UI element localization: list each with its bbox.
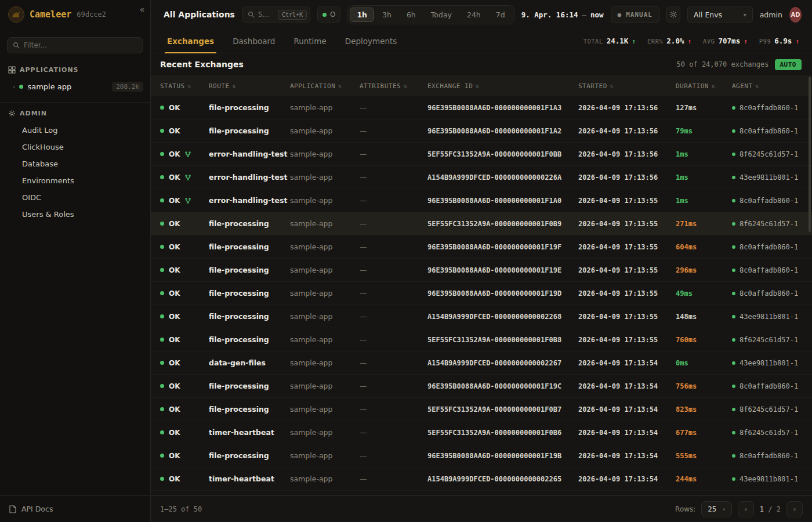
tab-deployments[interactable]: Deployments xyxy=(336,29,407,53)
rows-per-page-select[interactable]: 25 ▾ xyxy=(701,501,731,517)
rows-per-page-value: 25 xyxy=(708,505,716,513)
agent-status-dot-icon xyxy=(732,245,735,249)
application-cell: sample-app xyxy=(290,451,360,460)
status-cell: OK xyxy=(160,266,209,274)
status-label: OK xyxy=(169,359,180,367)
agent-cell: 8c0affadb860-1 xyxy=(732,104,812,112)
duration-cell: 79ms xyxy=(676,127,732,135)
column-header-status[interactable]: STATUS⇅ xyxy=(160,82,209,90)
list-header: Recent Exchanges 50 of 24,070 exchanges … xyxy=(151,53,812,75)
user-name: admin xyxy=(760,10,782,19)
date-range[interactable]: 9. Apr. 16:14 — now xyxy=(521,10,604,19)
sidebar-item-clickhouse[interactable]: ClickHouse xyxy=(0,139,150,155)
started-cell: 2026-04-09 17:13:54 xyxy=(578,452,676,460)
agent-cell: 43ee9811b801-1 xyxy=(732,475,812,483)
agent-status-dot-icon xyxy=(732,153,735,156)
manual-refresh-button[interactable]: ● MANUAL xyxy=(611,6,659,23)
table-row[interactable]: OKerror-handling-testsample-app—A154B9A9… xyxy=(151,166,812,189)
page-title: All Applications xyxy=(164,10,235,19)
errors-only-toggle[interactable]: O xyxy=(317,6,340,23)
table-row[interactable]: OKfile-processingsample-app—96E395B0088A… xyxy=(151,96,812,119)
status-cell: OK xyxy=(160,243,209,251)
started-cell: 2026-04-09 17:13:55 xyxy=(578,336,676,344)
table-row[interactable]: OKfile-processingsample-app—96E395B0088A… xyxy=(151,119,812,143)
table-row[interactable]: OKfile-processingsample-app—A154B9A999DF… xyxy=(151,305,812,328)
ok-status-dot-icon xyxy=(160,245,164,249)
table-row[interactable]: OKfile-processingsample-app—5EF55FC31352… xyxy=(151,328,812,351)
column-label: STARTED xyxy=(578,82,607,90)
table-row[interactable]: OKfile-processingsample-app—96E395B0088A… xyxy=(151,444,812,467)
time-range-6h[interactable]: 6h xyxy=(400,8,423,22)
vertical-scrollbar[interactable] xyxy=(809,77,811,232)
application-cell: sample-app xyxy=(290,405,360,414)
time-range-24h[interactable]: 24h xyxy=(460,8,488,22)
time-range-today[interactable]: Today xyxy=(424,8,459,22)
tab-exchanges[interactable]: Exchanges xyxy=(158,29,223,53)
table-row[interactable]: OKtimer-heartbeatsample-app—A154B9A999DF… xyxy=(151,467,812,491)
avatar[interactable]: AD xyxy=(789,7,802,23)
time-range-3h[interactable]: 3h xyxy=(375,8,398,22)
table-row[interactable]: OKfile-processingsample-app—5EF55FC31352… xyxy=(151,398,812,421)
agent-status-dot-icon xyxy=(732,106,735,110)
main-area: All Applications Ctrl+K O 1h3h6hToday24h… xyxy=(151,0,812,522)
table-row[interactable]: OKfile-processingsample-app—96E395B0088A… xyxy=(151,235,812,259)
started-cell: 2026-04-09 17:13:54 xyxy=(578,359,676,367)
column-header-started[interactable]: STARTED⇅ xyxy=(578,82,676,90)
table-row[interactable]: OKtimer-heartbeatsample-app—5EF55FC31352… xyxy=(151,421,812,444)
exchange-id-cell: 5EF55FC31352A9A-000000000001F0B6 xyxy=(427,429,578,437)
column-header-route[interactable]: ROUTE⇅ xyxy=(209,82,290,90)
tab-runtime[interactable]: Runtime xyxy=(284,29,335,53)
column-header-exchange-id[interactable]: EXCHANGE ID⇅ xyxy=(427,82,578,90)
time-range-7d[interactable]: 7d xyxy=(489,8,512,22)
filter-input[interactable] xyxy=(24,41,137,49)
table-row[interactable]: OKfile-processingsample-app—96E395B0088A… xyxy=(151,375,812,398)
sidebar-collapse-icon[interactable]: « xyxy=(140,5,144,14)
search-input[interactable] xyxy=(258,10,274,19)
sidebar-filter[interactable] xyxy=(7,37,143,53)
sidebar-item-users-roles[interactable]: Users & Roles xyxy=(0,206,150,223)
agent-id: 8f6245c61d57-1 xyxy=(740,150,798,158)
agent-id: 8c0affadb860-1 xyxy=(740,266,798,274)
next-page-button[interactable]: › xyxy=(786,501,803,517)
agent-status-dot-icon xyxy=(732,292,735,295)
sidebar-item-audit-log[interactable]: Audit Log xyxy=(0,122,150,139)
sidebar-item-environments[interactable]: Environments xyxy=(0,172,150,189)
table-row[interactable]: OKerror-handling-testsample-app—5EF55FC3… xyxy=(151,143,812,166)
expand-chevron-icon[interactable]: › xyxy=(13,83,15,90)
agent-cell: 8c0affadb860-1 xyxy=(732,197,812,205)
exchange-id-cell: 96E395B0088AA6D-000000000001F1A0 xyxy=(427,197,578,205)
table-row[interactable]: OKfile-processingsample-app—96E395B0088A… xyxy=(151,282,812,305)
started-cell: 2026-04-09 17:13:55 xyxy=(578,313,676,321)
column-header-duration[interactable]: DURATION⇅ xyxy=(676,82,732,90)
table-row[interactable]: OKfile-processingsample-app—96E395B0088A… xyxy=(151,259,812,282)
chevron-down-icon: ▾ xyxy=(722,506,725,512)
sidebar-item-sample-app[interactable]: › sample app 208.2k xyxy=(0,78,150,95)
column-header-agent[interactable]: AGENT⇅ xyxy=(732,82,812,90)
theme-toggle-button[interactable] xyxy=(666,6,680,23)
sidebar-item-oidc[interactable]: OIDC xyxy=(0,189,150,206)
table-row[interactable]: OKfile-processingsample-app—5EF55FC31352… xyxy=(151,212,812,235)
agent-id: 8c0affadb860-1 xyxy=(740,197,798,205)
agent-id: 8c0affadb860-1 xyxy=(740,382,798,390)
fork-icon xyxy=(185,175,191,180)
table-row[interactable]: OKerror-handling-testsample-app—96E395B0… xyxy=(151,189,812,212)
route-cell: file-processing xyxy=(209,289,290,298)
column-header-attributes[interactable]: ATTRIBUTES⇅ xyxy=(360,82,427,90)
auto-refresh-badge[interactable]: AUTO xyxy=(775,59,802,70)
agent-id: 8f6245c61d57-1 xyxy=(740,429,798,437)
env-select[interactable]: All Envs ▾ xyxy=(687,6,753,23)
attributes-cell: — xyxy=(360,358,427,367)
tab-dashboard[interactable]: Dashboard xyxy=(223,29,284,53)
agent-status-dot-icon xyxy=(732,408,735,411)
status-label: OK xyxy=(169,220,180,228)
api-docs-link[interactable]: API Docs xyxy=(0,495,150,522)
table-row[interactable]: OKdata-gen-filessample-app—A154B9A999DFC… xyxy=(151,351,812,375)
application-cell: sample-app xyxy=(290,312,360,321)
attributes-cell: — xyxy=(360,312,427,321)
column-header-application[interactable]: APPLICATION⇅ xyxy=(290,82,360,90)
global-search[interactable]: Ctrl+K xyxy=(242,6,310,23)
time-range-1h[interactable]: 1h xyxy=(350,8,374,22)
sidebar-item-database[interactable]: Database xyxy=(0,155,150,172)
started-cell: 2026-04-09 17:13:55 xyxy=(578,243,676,251)
prev-page-button[interactable]: ‹ xyxy=(738,501,754,517)
